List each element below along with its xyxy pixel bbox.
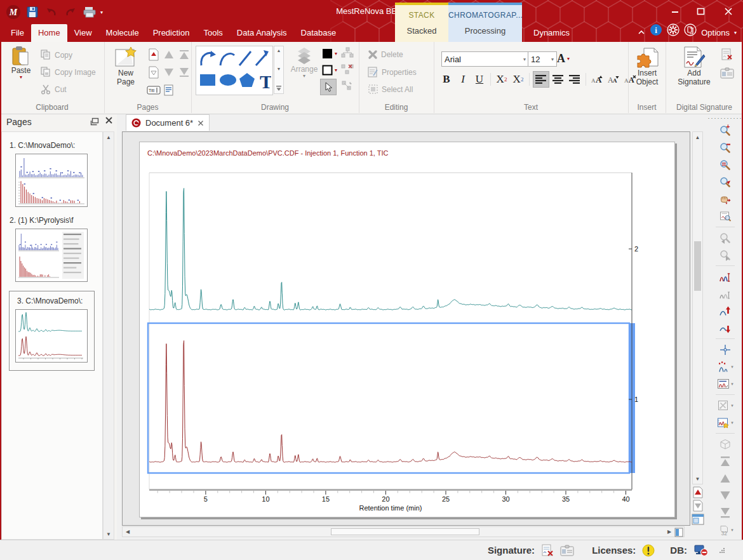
- view-forward-icon[interactable]: [714, 248, 736, 262]
- select-all-button[interactable]: Select All: [368, 84, 413, 95]
- align-center-button[interactable]: [551, 72, 566, 87]
- process-auto-icon[interactable]: ▾: [714, 416, 736, 429]
- page-thumbnail-item-2[interactable]: 2. (1) K:\Pyrolysis\f: [10, 216, 93, 282]
- copy-image-button[interactable]: Copy Image: [41, 67, 96, 77]
- paste-button[interactable]: Paste ▾: [6, 46, 36, 80]
- shapes-scroll-down-icon[interactable]: ▼: [277, 67, 281, 71]
- previous-page-button[interactable]: [692, 486, 704, 498]
- shrink-font-button[interactable]: AA: [606, 72, 621, 87]
- menu-molecule[interactable]: Molecule: [99, 24, 146, 42]
- horizontal-scrollbar[interactable]: ◀ ▶: [122, 526, 685, 537]
- stack-scale-off-icon[interactable]: [714, 287, 736, 300]
- page-item-thumbnail[interactable]: [15, 309, 88, 363]
- save-icon[interactable]: [24, 4, 41, 20]
- scroll-down-icon[interactable]: ▼: [693, 474, 702, 483]
- menu-processing[interactable]: Processing: [448, 26, 522, 36]
- font-color-button[interactable]: A▾: [557, 52, 570, 65]
- subscript-button[interactable]: X2: [494, 72, 509, 87]
- fit-resize-icon[interactable]: ▾: [714, 399, 736, 412]
- menu-data-analysis[interactable]: Data Analysis: [230, 24, 294, 42]
- signature-id-icon[interactable]: [720, 67, 734, 79]
- shapes-expand-icon[interactable]: [276, 85, 282, 91]
- menu-file[interactable]: File: [4, 24, 31, 42]
- fit-page-button[interactable]: [692, 513, 704, 526]
- remove-signature-icon[interactable]: [721, 48, 733, 61]
- pages-panel-scrollbar[interactable]: ▲ ▼: [103, 131, 114, 540]
- float-panel-icon[interactable]: [90, 117, 99, 128]
- page-item-thumbnail[interactable]: [15, 229, 88, 282]
- align-right-button[interactable]: [567, 72, 582, 87]
- license-warning-icon[interactable]: [642, 544, 655, 557]
- properties-button[interactable]: Properties: [368, 67, 417, 77]
- bold-button[interactable]: B: [439, 72, 454, 87]
- insert-object-button[interactable]: Insert Object: [632, 46, 662, 86]
- mnova-logo-icon[interactable]: M: [5, 4, 22, 20]
- undo-icon[interactable]: [43, 4, 60, 20]
- first-page-icon[interactable]: [714, 455, 736, 468]
- page-item-thumbnail[interactable]: [15, 154, 88, 207]
- italic-button[interactable]: I: [455, 72, 471, 87]
- cube-icon[interactable]: [714, 437, 736, 451]
- page-down-icon[interactable]: [714, 489, 736, 502]
- view-back-icon[interactable]: [714, 231, 736, 244]
- scroll-right-icon[interactable]: ▶: [665, 527, 674, 537]
- db-disconnected-icon[interactable]: [693, 543, 709, 557]
- vertical-scroll-thumb[interactable]: [694, 241, 701, 291]
- scroll-left-icon[interactable]: ◀: [123, 527, 132, 537]
- menu-dynamics[interactable]: Dynamics: [533, 24, 570, 42]
- pan-icon[interactable]: [714, 192, 736, 206]
- page-layout-icon[interactable]: [674, 528, 683, 537]
- next-page-button[interactable]: [692, 500, 704, 512]
- toolbar-drag-handle[interactable]: ···········: [708, 116, 743, 121]
- peak-picking-icon[interactable]: ▾: [714, 360, 736, 373]
- redo-icon[interactable]: [62, 4, 79, 20]
- chromatogram-plot[interactable]: 510152025303540Retention time (min)21: [140, 142, 674, 517]
- scroll-up-icon[interactable]: ▲: [693, 133, 702, 142]
- collapse-ribbon-icon[interactable]: [638, 24, 645, 42]
- menu-stacked[interactable]: Stacked: [395, 26, 448, 36]
- arrange-button[interactable]: Arrange ▾: [288, 47, 321, 79]
- document-canvas[interactable]: C:\MnovaDemo\2023MarchDataDemo\PVC.CDF -…: [122, 131, 690, 526]
- add-signature-button[interactable]: Add Signature: [674, 46, 714, 86]
- stack-scale-icon[interactable]: [714, 270, 736, 283]
- page-thumbnail-item-3[interactable]: 3. C:\MnovaDemo\:: [9, 291, 95, 371]
- options-menu[interactable]: Options: [701, 24, 730, 42]
- new-page-button[interactable]: New Page: [109, 46, 142, 86]
- delete-button[interactable]: Delete: [368, 50, 403, 60]
- menu-database[interactable]: Database: [294, 24, 344, 42]
- drawing-shapes-palette[interactable]: T: [196, 46, 273, 95]
- context-tab-chromatography[interactable]: CHROMATOGRAP... Processing: [448, 3, 522, 42]
- info-icon[interactable]: i: [650, 23, 662, 43]
- minimize-button[interactable]: [666, 4, 685, 19]
- document-page[interactable]: C:\MnovaDemo\2023MarchDataDemo\PVC.CDF -…: [139, 142, 675, 517]
- cut-button[interactable]: Cut: [41, 84, 67, 95]
- font-size-select[interactable]: 12▾: [528, 51, 557, 67]
- move-page-last-icon[interactable]: [146, 65, 161, 80]
- last-page-icon[interactable]: [714, 506, 736, 519]
- page-up-icon[interactable]: [714, 472, 736, 485]
- paste-caret-icon[interactable]: ▾: [20, 75, 22, 80]
- document-tab[interactable]: Document 6*: [126, 114, 210, 131]
- menu-prediction[interactable]: Prediction: [146, 24, 197, 42]
- close-panel-icon[interactable]: [105, 116, 113, 126]
- align-nodes-icon[interactable]: [341, 47, 354, 58]
- clipboard-history-icon[interactable]: [684, 23, 697, 43]
- signature-id-status-icon[interactable]: [560, 545, 574, 556]
- zoom-out-icon[interactable]: [714, 141, 736, 154]
- zoom-in-icon[interactable]: +: [714, 124, 736, 137]
- grow-font-button[interactable]: AA: [589, 72, 605, 87]
- move-page-up-icon[interactable]: [161, 47, 177, 62]
- page-thumbnail-item-1[interactable]: 1. C:\MnovaDemo\:: [10, 141, 93, 207]
- close-button[interactable]: [719, 4, 738, 19]
- font-family-select[interactable]: Arial▾: [441, 51, 529, 67]
- resize-grip[interactable]: [719, 547, 725, 554]
- fill-color-button[interactable]: ▾: [322, 48, 337, 59]
- page-title-icon[interactable]: Titl: [146, 83, 161, 98]
- delete-nodes-icon[interactable]: [341, 63, 354, 75]
- crosshair-icon[interactable]: [714, 343, 736, 356]
- move-page-bottom-icon[interactable]: [177, 65, 192, 80]
- align-left-button[interactable]: [533, 71, 549, 88]
- menu-view[interactable]: View: [67, 24, 99, 42]
- move-page-top-icon[interactable]: [177, 47, 192, 62]
- horizontal-scroll-thumb[interactable]: [331, 528, 479, 535]
